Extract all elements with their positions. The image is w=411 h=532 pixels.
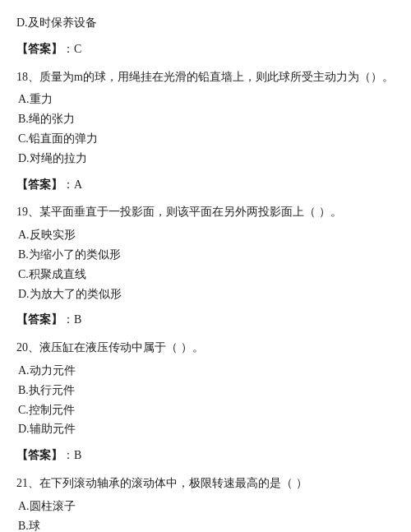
question-18-text: 18、质量为m的球，用绳挂在光滑的铅直墙上，则此球所受主动力为（）。 <box>16 67 395 87</box>
question-20: 20、液压缸在液压传动中属于（ ）。 A.动力元件 B.执行元件 C.控制元件 … <box>16 338 395 439</box>
question-19-number: 19 <box>16 206 28 218</box>
question-18-number: 18 <box>16 71 28 83</box>
question-21-number: 21 <box>16 477 28 489</box>
question-19-body: 、某平面垂直于一投影面，则该平面在另外两投影面上（ ）。 <box>28 206 342 218</box>
answer-block-1: 【答案】：A <box>16 175 395 195</box>
q21-option-a: A.圆柱滚子 <box>18 497 395 516</box>
question-19: 19、某平面垂直于一投影面，则该平面在另外两投影面上（ ）。 A.反映实形 B.… <box>16 202 395 303</box>
q21-option-b: B.球 <box>18 516 395 532</box>
q20-option-a: A.动力元件 <box>18 361 395 381</box>
question-21-body: 、在下列滚动轴承的滚动体中，极限转速最高的是（ ） <box>28 477 307 489</box>
q20-option-d: D.辅助元件 <box>18 419 395 439</box>
question-21: 21、在下列滚动轴承的滚动体中，极限转速最高的是（ ） A.圆柱滚子 B.球 C… <box>16 474 395 532</box>
question-19-options: A.反映实形 B.为缩小了的类似形 C.积聚成直线 D.为放大了的类似形 <box>18 225 395 303</box>
q19-option-b: B.为缩小了的类似形 <box>18 245 395 265</box>
q19-option-d: D.为放大了的类似形 <box>18 285 395 304</box>
q20-option-c: C.控制元件 <box>18 400 395 420</box>
q18-option-a: A.重力 <box>18 90 395 109</box>
answer-label-0: 【答案】 <box>16 43 62 55</box>
question-18-body: 、质量为m的球，用绳挂在光滑的铅直墙上，则此球所受主动力为（）。 <box>28 71 394 83</box>
q18-option-c: C.铅直面的弹力 <box>18 129 395 149</box>
answer-colon-1: ： <box>62 178 74 191</box>
answer-colon-2: ： <box>62 313 74 326</box>
q18-option-d: D.对绳的拉力 <box>18 149 395 169</box>
answer-value-2: B <box>74 313 81 326</box>
question-18-options: A.重力 B.绳的张力 C.铅直面的弹力 D.对绳的拉力 <box>18 90 395 168</box>
answer-block-3: 【答案】：B <box>16 446 395 465</box>
question-21-text: 21、在下列滚动轴承的滚动体中，极限转速最高的是（ ） <box>16 474 395 493</box>
answer-block-0: 【答案】：C <box>16 39 395 59</box>
question-19-text: 19、某平面垂直于一投影面，则该平面在另外两投影面上（ ）。 <box>16 202 395 222</box>
answer-label-1: 【答案】 <box>16 178 62 191</box>
answer-value-0: C <box>74 43 81 55</box>
question-20-number: 20 <box>16 341 28 354</box>
question-20-body: 、液压缸在液压传动中属于（ ）。 <box>28 341 204 354</box>
answer-colon-0: ： <box>62 43 74 55</box>
answer-label-2: 【答案】 <box>16 313 62 326</box>
prev-option-d: D.及时保养设备 <box>16 13 395 33</box>
answer-block-2: 【答案】：B <box>16 310 395 330</box>
answer-label-3: 【答案】 <box>16 449 62 461</box>
page-content: D.及时保养设备 【答案】：C 18、质量为m的球，用绳挂在光滑的铅直墙上，则此… <box>16 13 395 532</box>
question-20-text: 20、液压缸在液压传动中属于（ ）。 <box>16 338 395 358</box>
answer-value-3: B <box>74 449 81 461</box>
question-21-options: A.圆柱滚子 B.球 C.圆锥滚子 <box>18 497 395 532</box>
q20-option-b: B.执行元件 <box>18 381 395 400</box>
prev-option-d-text: D.及时保养设备 <box>16 16 97 29</box>
question-20-options: A.动力元件 B.执行元件 C.控制元件 D.辅助元件 <box>18 361 395 439</box>
q19-option-a: A.反映实形 <box>18 225 395 245</box>
answer-value-1: A <box>74 178 82 191</box>
q18-option-b: B.绳的张力 <box>18 109 395 129</box>
question-18: 18、质量为m的球，用绳挂在光滑的铅直墙上，则此球所受主动力为（）。 A.重力 … <box>16 67 395 169</box>
q19-option-c: C.积聚成直线 <box>18 265 395 285</box>
answer-colon-3: ： <box>62 449 74 461</box>
